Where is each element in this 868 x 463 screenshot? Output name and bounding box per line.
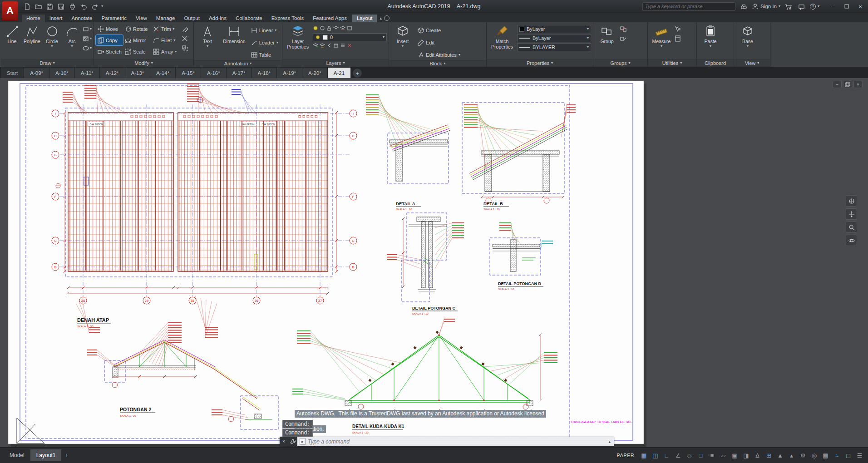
erase-tool-icon[interactable] <box>182 25 188 33</box>
tab-output[interactable]: Output <box>179 15 204 22</box>
offset-tool-icon[interactable] <box>182 44 188 52</box>
panel-label-properties[interactable]: Properties▾ <box>487 59 593 67</box>
clean-screen-icon[interactable]: ◻ <box>843 450 853 460</box>
roof-plan[interactable]: DAK BETON DAK BETON DAK BETON <box>65 96 332 277</box>
doc-close-icon[interactable]: × <box>853 81 863 88</box>
arc-tool[interactable]: Arc▾ <box>63 24 81 59</box>
undo-icon[interactable] <box>79 2 89 11</box>
tab-manage[interactable]: Manage <box>152 15 180 22</box>
new-icon[interactable] <box>22 2 32 11</box>
pan-icon[interactable] <box>846 208 857 220</box>
text-tool[interactable]: Text▾ <box>196 24 219 60</box>
panel-label-layers[interactable]: Layers▾ <box>282 59 389 67</box>
lineweight-icon[interactable]: ≡ <box>707 450 717 460</box>
command-close-icon[interactable]: × <box>280 437 288 446</box>
selection-cycling-icon[interactable]: ▣ <box>730 450 740 460</box>
layer-unisolate-icon[interactable] <box>340 25 345 32</box>
polar-tracking-icon[interactable]: ∠ <box>673 450 683 460</box>
tab-insert[interactable]: Insert <box>45 15 67 22</box>
explode-tool-icon[interactable] <box>182 34 188 42</box>
quick-properties-icon[interactable]: ▤ <box>821 450 830 460</box>
tab-collaborate[interactable]: Collaborate <box>231 15 267 22</box>
panel-label-annotation[interactable]: Annotation▾ <box>194 60 282 67</box>
lineweight-dropdown[interactable]: ByLayer▾ <box>517 34 591 42</box>
panel-label-modify[interactable]: Modify▾ <box>94 59 193 67</box>
file-tab-a10[interactable]: A-10* <box>49 68 74 78</box>
layer-lock-icon[interactable] <box>326 25 332 32</box>
ellipse-tool-icon[interactable]: ▾ <box>83 44 92 52</box>
grid-icon[interactable]: ▦ <box>639 450 649 460</box>
application-menu-button[interactable]: A <box>2 1 18 21</box>
layout1-tab[interactable]: Layout1 <box>30 449 62 461</box>
panel-label-draw[interactable]: Draw▾ <box>1 59 94 67</box>
table-tool[interactable]: Table <box>249 49 280 60</box>
doc-minimize-icon[interactable]: – <box>833 81 842 88</box>
panel-label-view[interactable]: View▾ <box>734 59 770 67</box>
file-tab-a09[interactable]: A-09* <box>24 68 49 78</box>
stay-connected-icon[interactable] <box>797 2 807 11</box>
panel-label-utilities[interactable]: Utilities▾ <box>648 59 696 67</box>
dimension-tool[interactable]: Dimension <box>221 24 248 60</box>
previous-layer-icon[interactable] <box>326 43 332 49</box>
command-history-toggle-icon[interactable]: ▴ <box>608 439 612 444</box>
tab-view[interactable]: View <box>131 15 152 22</box>
steering-wheel-icon[interactable] <box>846 195 857 207</box>
search-input[interactable] <box>645 4 733 9</box>
group-edit-icon[interactable] <box>620 34 626 42</box>
transparency-icon[interactable]: ▱ <box>719 450 728 460</box>
app-store-cart-icon[interactable] <box>784 2 794 11</box>
save-icon[interactable] <box>44 2 54 11</box>
redo-icon[interactable] <box>90 2 100 11</box>
array-tool[interactable]: Array▾ <box>151 46 180 57</box>
stretch-tool[interactable]: Stretch <box>96 46 123 57</box>
command-line[interactable]: × ▸ ▴ <box>280 437 614 446</box>
doc-restore-icon[interactable] <box>843 81 852 88</box>
layer-delete-icon[interactable] <box>347 43 352 49</box>
layer-freeze-icon[interactable] <box>320 25 325 32</box>
file-tab-a18[interactable]: A-18* <box>252 68 276 78</box>
command-input[interactable] <box>308 438 606 445</box>
panel-label-groups[interactable]: Groups▾ <box>593 59 647 67</box>
workspace-gear-icon[interactable]: ⚙ <box>798 450 808 460</box>
polyline-tool[interactable]: Polyline <box>23 24 41 59</box>
layer-state-icon[interactable] <box>333 43 339 49</box>
quick-calc-icon[interactable] <box>675 34 681 42</box>
snap-icon[interactable]: ◫ <box>651 450 660 460</box>
tab-add-ins[interactable]: Add-ins <box>204 15 231 22</box>
tab-home[interactable]: Home <box>22 15 45 22</box>
file-tab-a11[interactable]: A-11* <box>75 68 99 78</box>
open-icon[interactable] <box>33 2 43 11</box>
search-icon[interactable] <box>739 2 749 11</box>
tab-layout[interactable]: Layout <box>352 15 377 22</box>
ribbon-cycle-icon[interactable] <box>384 15 390 21</box>
file-tab-a19[interactable]: A-19* <box>277 68 302 78</box>
annotation-visibility-icon[interactable]: ▲ <box>775 450 785 460</box>
move-tool[interactable]: Move <box>96 24 123 34</box>
paper-space-button[interactable]: PAPER <box>614 453 637 458</box>
annotation-monitor-icon[interactable]: ◎ <box>809 450 819 460</box>
layer-isolate-icon[interactable] <box>333 25 339 32</box>
maximize-button[interactable] <box>840 0 853 13</box>
line-tool[interactable]: Line <box>3 24 21 59</box>
match-properties-tool[interactable]: Match Properties <box>488 24 516 59</box>
base-view-tool[interactable]: Base▾ <box>736 24 760 59</box>
rectangle-tool-icon[interactable]: ▾ <box>83 25 92 33</box>
save-as-icon[interactable] <box>56 2 66 11</box>
rotate-tool[interactable]: Rotate <box>123 24 151 34</box>
file-tab-a17[interactable]: A-17* <box>227 68 252 78</box>
minimize-button[interactable]: – <box>826 0 840 13</box>
panel-label-block[interactable]: Block▾ <box>389 60 486 67</box>
help-search-field[interactable] <box>642 2 735 11</box>
mirror-tool[interactable]: Mirror <box>123 35 151 45</box>
tab-express-tools[interactable]: Express Tools <box>267 15 308 22</box>
measure-tool[interactable]: Measure▾ <box>650 24 673 59</box>
file-tab-a20[interactable]: A-20* <box>302 68 327 78</box>
match-layer-icon[interactable] <box>320 43 325 49</box>
isodraft-icon[interactable]: ◇ <box>685 450 694 460</box>
close-button[interactable]: × <box>853 0 867 13</box>
layer-dropdown[interactable]: 0 ▾ <box>313 33 387 41</box>
file-tab-start[interactable]: Start <box>1 68 24 78</box>
layer-walk-icon[interactable] <box>347 25 352 32</box>
layer-properties-tool[interactable]: Layer Properties <box>284 24 311 59</box>
trim-tool[interactable]: Trim▾ <box>151 24 180 34</box>
